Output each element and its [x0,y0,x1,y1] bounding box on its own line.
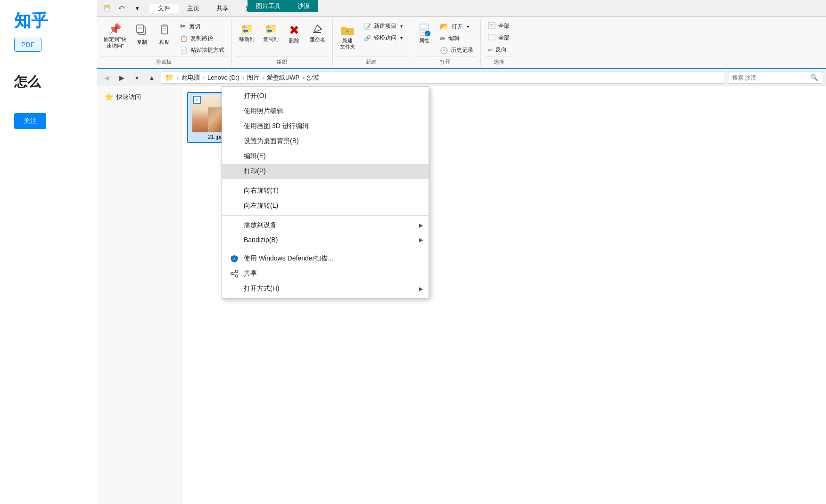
path-lenovo[interactable]: Lenovo (D:) [207,74,240,81]
menu-item-edit[interactable]: 编辑(E) [222,149,429,164]
new-item-button[interactable]: 📝 新建项目 ▾ [361,21,406,32]
organize-group-label: 组织 [236,57,329,66]
menu-item-print[interactable]: 打印(P) [222,164,429,179]
tab-file[interactable]: 文件 [149,4,179,13]
select-group-label: 选择 [485,57,513,66]
sidebar-item-quick-access[interactable]: ⭐ 快速访问 [97,90,181,104]
select-none-button[interactable]: 全部 [485,33,513,43]
address-path[interactable]: 📁 › 此电脑 › Lenovo (D:) › 图片 › 爱壁纸UWP › 沙漠 [161,72,725,84]
invert-selection-icon: ↩ [488,47,493,53]
open-small-group: 📂 打开 ▾ ✏ 编辑 🕐 历史记录 [437,21,477,56]
tab-home[interactable]: 主页 [179,4,208,13]
copy-button[interactable]: 复制 [132,21,152,48]
scissors-icon: ✂ [180,22,186,31]
paste-button[interactable]: 粘贴 [154,21,175,48]
easy-access-icon: 🔗 [364,35,371,41]
zhihu-logo: 知乎 [0,0,62,42]
ribbon-group-clipboard: 📌 固定到"快 速访问" 复制 [97,19,232,66]
svg-rect-23 [488,23,495,28]
menu-item-cast[interactable]: 播放到设备 ▶ [222,218,429,233]
svg-rect-8 [162,25,167,34]
move-to-button[interactable]: 📁 ⬅ 移动到 [236,21,258,45]
path-this-pc[interactable]: 此电脑 [182,73,200,82]
menu-item-open-with[interactable]: 打开方式(H) ▶ [222,281,429,296]
search-box[interactable]: 🔍 [728,72,822,84]
pdf-badge: PDF [14,38,41,52]
file-checkbox[interactable]: ✓ [193,96,201,104]
open-button[interactable]: 📂 打开 ▾ [437,21,477,32]
forward-button[interactable]: ▶ [116,72,128,84]
properties-button[interactable]: ✓ 属性 [414,21,435,46]
history-icon: 🕐 [440,47,448,54]
menu-item-bandizip[interactable]: Bandizip(B) ▶ [222,233,429,247]
star-icon: ⭐ [104,92,114,101]
quick-dropdown-button[interactable]: ▾ [131,2,144,15]
ribbon-group-organize: 📁 ⬅ 移动到 📁 ⬅ 复制到 ✖ 删除 [232,19,333,66]
tab-share[interactable]: 共享 [208,4,237,13]
path-desert[interactable]: 沙漠 [307,73,319,82]
menu-item-rotate-right[interactable]: 向右旋转(T) [222,183,429,198]
search-input[interactable] [732,74,809,81]
svg-text:✓: ✓ [426,32,430,36]
clipboard-small-group: ✂ 剪切 📋 复制路径 📄 粘贴快捷方式 [177,21,228,56]
select-none-icon [488,34,496,42]
copy-to-button[interactable]: 📁 ⬅ 复制到 [260,21,282,45]
new-folder-button[interactable]: + 新建 文件夹 [337,21,359,53]
quick-save-button[interactable] [100,2,114,15]
quick-access-toolbar: ▾ [97,2,148,15]
menu-item-defender[interactable]: ✓ 使用 Windows Defender扫描... [222,251,429,266]
desert-context-label[interactable]: 沙漠 [289,0,318,12]
svg-point-28 [236,270,238,273]
edit-icon: ✏ [440,35,446,42]
context-menu-divider-1 [222,181,429,181]
svg-rect-26 [488,34,495,40]
menu-item-open[interactable]: 打开(O) [222,89,429,104]
path-aibizhi[interactable]: 爱壁纸UWP [267,73,299,82]
path-folder-icon: 📁 [165,73,174,82]
menu-item-rotate-left[interactable]: 向左旋转(L) [222,198,429,213]
select-all-button[interactable]: 全部 [485,21,513,32]
back-button[interactable]: ◀ [100,72,113,84]
copy-to-icon: 📁 ⬅ [263,23,278,36]
svg-text:+: + [346,28,349,35]
quick-undo-button[interactable] [116,2,129,15]
picture-tools-label[interactable]: 图片工具 [248,0,289,12]
pin-button[interactable]: 📌 固定到"快 速访问" [100,21,130,51]
sidebar-item-label: 快速访问 [116,93,141,101]
paste-icon [158,23,171,38]
new-small-group: 📝 新建项目 ▾ 🔗 轻松访问 ▾ [361,21,406,43]
paste-shortcut-icon: 📄 [180,47,188,54]
history-button[interactable]: 🕐 历史记录 [437,45,477,56]
invert-selection-button[interactable]: ↩ 反向 [485,44,513,55]
menu-item-share[interactable]: 共享 [222,266,429,281]
main-content: ⭐ 快速访问 ✓ 21.jpg [97,86,826,504]
ribbon-group-select: 全部 全部 ↩ 反向 选择 [481,19,517,66]
sidebar: ⭐ 快速访问 [97,86,182,504]
clipboard-group-label: 剪贴板 [100,57,228,66]
explorer-window: 图片工具 沙漠 ▾ 文件 主页 共享 查看 管理 📌 [97,0,826,504]
svg-point-30 [236,275,238,277]
follow-button[interactable]: 关注 [14,113,46,129]
svg-rect-9 [163,24,166,26]
edit-button[interactable]: ✏ 编辑 [437,33,477,44]
rename-icon [311,23,323,37]
delete-button[interactable]: ✖ 删除 [284,21,305,46]
recent-locations-button[interactable]: ▾ [131,72,143,84]
menu-item-paint3d[interactable]: 使用画图 3D 进行编辑 [222,119,429,134]
svg-rect-0 [104,5,110,7]
rename-button[interactable]: 重命名 [306,21,329,45]
menu-item-photos-edit[interactable]: 使用照片编辑 [222,104,429,119]
up-button[interactable]: ▲ [146,72,158,84]
paste-shortcut-button[interactable]: 📄 粘贴快捷方式 [177,45,228,56]
copy-path-icon: 📋 [180,35,188,42]
defender-icon: ✓ [230,254,239,263]
copy-path-button[interactable]: 📋 复制路径 [177,33,228,44]
open-group-label: 打开 [414,57,477,66]
move-to-icon: 📁 ⬅ [239,23,254,36]
cut-button[interactable]: ✂ 剪切 [177,21,228,32]
menu-item-set-wallpaper[interactable]: 设置为桌面背景(B) [222,134,429,149]
address-bar: ◀ ▶ ▾ ▲ 📁 › 此电脑 › Lenovo (D:) › 图片 › 爱壁纸… [97,69,826,86]
path-pictures[interactable]: 图片 [247,73,259,82]
new-item-icon: 📝 [364,23,371,30]
easy-access-button[interactable]: 🔗 轻松访问 ▾ [361,33,406,43]
